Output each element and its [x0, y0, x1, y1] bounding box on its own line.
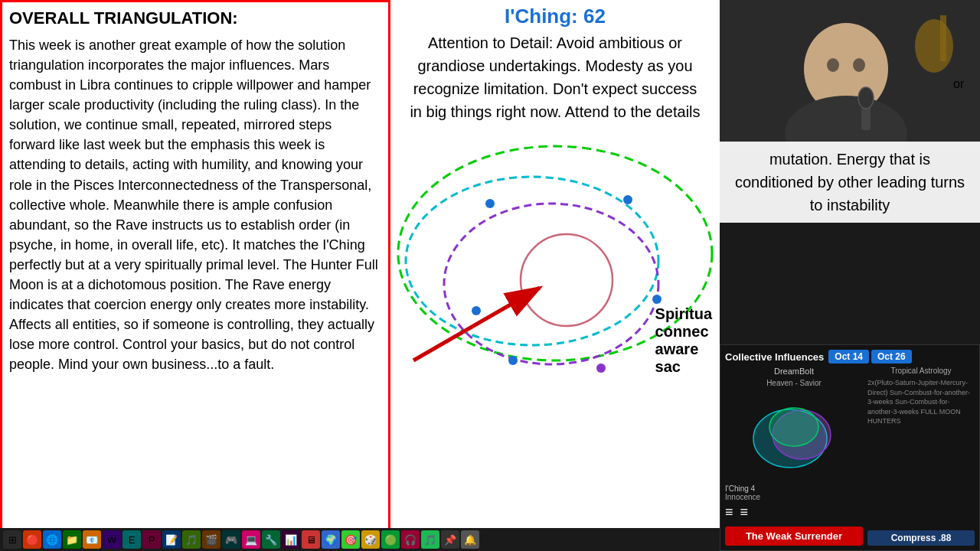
- taskbar-icon-16[interactable]: 🌍: [322, 530, 340, 549]
- spiritual-label: Spiritua connec aware sac: [655, 305, 712, 376]
- iching-text: Attention to Detail: Avoid ambitious or …: [410, 31, 701, 123]
- svg-point-13: [915, 19, 953, 73]
- taskbar-icon-14[interactable]: 📊: [282, 530, 300, 549]
- taskbar-icon-9[interactable]: 🎵: [182, 530, 201, 549]
- main-content: OVERALL TRIANGULATION: This week is anot…: [0, 0, 720, 536]
- date-badge: Oct 14 Oct 26: [828, 350, 911, 364]
- taskbar-icon-7[interactable]: P: [142, 530, 161, 549]
- taskbar-icon-12[interactable]: 💻: [242, 530, 260, 549]
- taskbar-icon-1[interactable]: 🔴: [23, 530, 41, 549]
- taskbar-icon-5[interactable]: W: [103, 530, 121, 549]
- date-pill-2: Oct 26: [871, 350, 912, 364]
- svg-point-3: [521, 234, 612, 326]
- iching-lines: ≡ ≡: [725, 504, 863, 520]
- page-title: OVERALL TRIANGULATION:: [9, 6, 379, 31]
- svg-point-17: [827, 58, 839, 72]
- astro-details: 2x(Pluto-Saturn-Jupiter-Mercury-Direct) …: [867, 378, 975, 426]
- svg-point-10: [508, 356, 518, 365]
- tropical-astro-label: Tropical Astrology: [867, 367, 975, 375]
- left-overlay-col: DreamBolt Heaven - Savior I'Ching 4 Inno…: [725, 367, 863, 546]
- taskbar-icon-3[interactable]: 📁: [63, 530, 81, 549]
- taskbar-icon-18[interactable]: 🎲: [361, 530, 380, 549]
- svg-point-8: [652, 295, 662, 304]
- svg-point-9: [472, 306, 481, 315]
- svg-point-11: [596, 364, 606, 373]
- taskbar-icon-20[interactable]: 🎧: [401, 530, 420, 549]
- collective-influences-label: Collective Influences: [725, 351, 824, 363]
- svg-point-2: [444, 204, 658, 364]
- left-panel: OVERALL TRIANGULATION: This week is anot…: [0, 0, 390, 536]
- svg-text:or: or: [953, 77, 965, 90]
- taskbar-icon-0[interactable]: ⊞: [3, 530, 21, 549]
- webcam-feed: or: [720, 0, 980, 153]
- mini-venn-diagram: [725, 390, 863, 478]
- taskbar: ⊞🔴🌐📁📧WEP📝🎵🎬🎮💻🔧📊🖥🌍🎯🎲🟢🎧🎵📌🔔: [0, 528, 720, 551]
- taskbar-icon-19[interactable]: 🟢: [381, 530, 400, 549]
- svg-rect-14: [940, 15, 946, 61]
- venn-diagram: Spiritua connec aware sac: [390, 131, 720, 391]
- innocence-label: Innocence: [725, 493, 863, 501]
- dreambolt-sub: Heaven - Savior: [725, 379, 863, 387]
- taskbar-icon-23[interactable]: 🔔: [461, 530, 479, 549]
- overlay-body: DreamBolt Heaven - Savior I'Ching 4 Inno…: [725, 367, 975, 546]
- taskbar-icon-2[interactable]: 🌐: [43, 530, 61, 549]
- taskbar-icon-15[interactable]: 🖥: [302, 530, 320, 549]
- svg-point-20: [858, 87, 874, 109]
- mutation-text-overlay: mutation. Energy that is conditioned by …: [720, 142, 980, 223]
- svg-point-6: [485, 199, 495, 208]
- compress-badge: Compress .88: [867, 530, 975, 546]
- taskbar-icon-22[interactable]: 📌: [441, 530, 459, 549]
- taskbar-icon-10[interactable]: 🎬: [202, 530, 220, 549]
- taskbar-icon-13[interactable]: 🔧: [262, 530, 280, 549]
- overlay-header: Collective Influences Oct 14 Oct 26: [725, 350, 975, 364]
- weak-surrender-button[interactable]: The Weak Surrender: [725, 527, 863, 546]
- svg-point-1: [406, 177, 658, 345]
- iching-title: I'Ching: 62: [505, 5, 606, 28]
- center-panel: I'Ching: 62 Attention to Detail: Avoid a…: [390, 0, 720, 536]
- taskbar-icon-8[interactable]: 📝: [162, 530, 181, 549]
- taskbar-icon-17[interactable]: 🎯: [341, 530, 360, 549]
- dreambolt-label: DreamBolt: [725, 367, 863, 376]
- date-pill-1: Oct 14: [828, 350, 869, 364]
- taskbar-icon-11[interactable]: 🎮: [222, 530, 240, 549]
- left-panel-text: This week is another great example of ho…: [9, 35, 379, 375]
- taskbar-icon-21[interactable]: 🎵: [421, 530, 439, 549]
- svg-point-18: [853, 58, 865, 72]
- webcam-panel: or: [720, 0, 980, 153]
- svg-line-5: [413, 288, 540, 360]
- svg-point-24: [769, 408, 818, 446]
- taskbar-icon-4[interactable]: 📧: [83, 530, 101, 549]
- right-overlay-col: Tropical Astrology 2x(Pluto-Saturn-Jupit…: [867, 367, 975, 546]
- svg-point-7: [623, 195, 632, 204]
- iching-innocence-label: I'Ching 4 Innocence: [725, 481, 863, 501]
- taskbar-icon-6[interactable]: E: [122, 530, 141, 549]
- bottom-overlay-panel: Collective Influences Oct 14 Oct 26 Drea…: [720, 344, 980, 551]
